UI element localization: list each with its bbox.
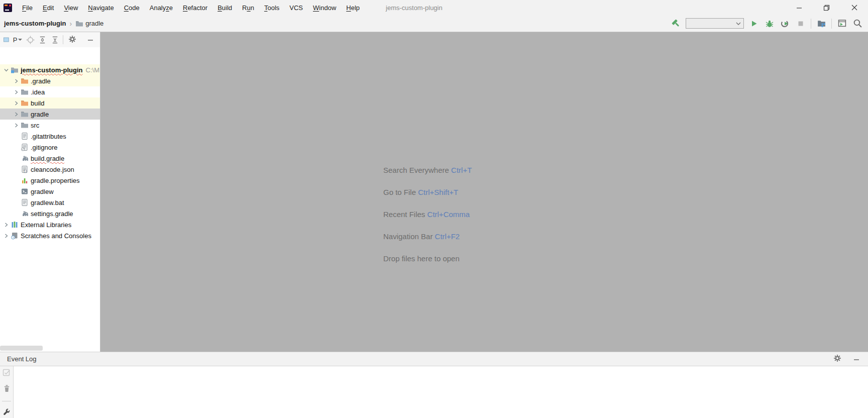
shell-file-icon	[20, 187, 29, 195]
run-toolbar	[670, 18, 863, 29]
libraries-icon	[10, 221, 19, 229]
text-file-icon	[20, 198, 29, 206]
stop-button[interactable]	[795, 18, 806, 29]
chevron-right-icon[interactable]	[12, 79, 20, 83]
menu-build[interactable]: Build	[212, 4, 237, 12]
breadcrumb-gradle[interactable]: gradle	[75, 20, 103, 28]
tree-item-scratches-and-consoles[interactable]: Scratches and Consoles	[0, 230, 100, 241]
tree-item-gradle-properties[interactable]: gradle.properties	[0, 175, 100, 186]
tree-item-idea[interactable]: .idea	[0, 86, 100, 97]
mark-all-read-button[interactable]	[3, 369, 11, 378]
debug-button[interactable]	[764, 18, 775, 29]
run-button[interactable]	[748, 18, 759, 29]
tree-item-gitignore[interactable]: .gitignore	[0, 142, 100, 153]
intellij-logo	[4, 4, 12, 12]
checkbox-check-icon	[3, 369, 11, 377]
tree-item-gitattributes[interactable]: .gitattributes	[0, 131, 100, 142]
menu-refactor[interactable]: Refactor	[178, 4, 212, 12]
search-everywhere-button[interactable]	[852, 18, 863, 29]
event-log-header[interactable]: Event Log	[0, 352, 868, 366]
menu-help[interactable]: Help	[341, 4, 365, 12]
minimize-icon	[796, 5, 802, 11]
clear-log-button[interactable]	[3, 384, 11, 394]
project-panel-header: P	[0, 32, 100, 47]
menu-code[interactable]: Code	[119, 4, 145, 12]
close-button[interactable]	[840, 0, 868, 15]
tree-item-external-libraries[interactable]: External Libraries	[0, 219, 100, 230]
event-log-options-button[interactable]	[3, 407, 11, 417]
run-icon	[749, 19, 758, 28]
menu-tools[interactable]: Tools	[259, 4, 284, 12]
horizontal-scrollbar[interactable]	[0, 346, 43, 351]
collapse-all-button[interactable]	[51, 34, 60, 45]
hint-shortcut: Ctrl+F2	[432, 232, 460, 241]
run-with-coverage-button[interactable]	[780, 18, 791, 29]
folder-icon	[20, 88, 29, 96]
application-window: FileEditViewNavigateCodeAnalyzeRefactorB…	[0, 0, 868, 418]
expand-all-button[interactable]	[38, 34, 47, 45]
menu-vcs[interactable]: VCS	[284, 4, 308, 12]
tree-item-gradle[interactable]: .gradle	[0, 75, 100, 86]
menu-edit[interactable]: Edit	[38, 4, 59, 12]
chevron-right-icon[interactable]	[12, 101, 20, 106]
menu-file[interactable]: File	[17, 4, 38, 12]
folder-excluded-icon	[20, 77, 29, 85]
locate-file-button[interactable]	[26, 34, 35, 45]
hide-panel-button[interactable]	[85, 34, 96, 45]
chevron-right-icon[interactable]	[12, 112, 20, 117]
text-file-icon	[20, 132, 29, 140]
breadcrumb-project[interactable]: jems-custom-plugin	[4, 20, 66, 27]
shortcut-hint: Navigation Bar Ctrl+F2	[383, 233, 472, 241]
event-log-toolbar	[0, 366, 14, 418]
panel-settings-button[interactable]	[67, 34, 78, 45]
tree-item-jems-custom-plugin[interactable]: jems-custom-pluginC:\M	[0, 64, 100, 75]
restore-button[interactable]	[813, 0, 840, 15]
tree-item-gradlew-bat[interactable]: gradlew.bat	[0, 197, 100, 208]
tree-item-settings-gradle[interactable]: settings.gradle	[0, 208, 100, 219]
tree-item-label: .gitignore	[31, 144, 57, 151]
tool-window-button[interactable]	[836, 18, 847, 29]
tree-item-label: gradlew	[31, 188, 54, 195]
menu-bar: FileEditViewNavigateCodeAnalyzeRefactorB…	[17, 4, 365, 12]
minimize-button[interactable]	[785, 0, 813, 15]
hint-shortcut: Ctrl+Comma	[425, 210, 470, 219]
tree-item-build[interactable]: build	[0, 97, 100, 109]
gear-icon	[68, 35, 76, 45]
chevron-right-icon[interactable]	[12, 123, 20, 128]
event-log-settings-button[interactable]	[832, 354, 843, 365]
project-tab-icon	[3, 36, 10, 44]
tree-item-cleancode-json[interactable]: {}cleancode.json	[0, 164, 100, 175]
tree-item-label: gradle.properties	[31, 177, 80, 184]
event-log-hide-button[interactable]	[851, 354, 862, 365]
chevron-right-icon[interactable]	[12, 90, 20, 94]
gradle-file-icon	[20, 210, 29, 218]
window-title: jems-custom-plugin	[386, 4, 443, 12]
locate-icon	[26, 36, 35, 44]
tree-item-label: .gitattributes	[31, 133, 66, 140]
menu-run[interactable]: Run	[237, 4, 259, 12]
tree-item-gradle[interactable]: gradle	[0, 109, 100, 120]
menu-analyze[interactable]: Analyze	[145, 4, 178, 12]
menu-navigate[interactable]: Navigate	[83, 4, 119, 12]
run-configurations-select[interactable]	[686, 18, 744, 29]
event-log-content[interactable]	[14, 366, 868, 418]
tree-item-path: C:\M	[86, 66, 99, 74]
build-project-button[interactable]	[670, 18, 681, 29]
tree-item-gradlew[interactable]: gradlew	[0, 186, 100, 197]
project-view-select[interactable]: P	[13, 36, 23, 44]
menu-window[interactable]: Window	[308, 4, 341, 12]
project-structure-button[interactable]	[816, 18, 827, 29]
gear-icon	[833, 354, 841, 364]
chevron-right-icon[interactable]	[2, 223, 10, 227]
menu-view[interactable]: View	[59, 4, 83, 12]
minimize-icon	[853, 356, 859, 362]
shortcut-hint: Recent Files Ctrl+Comma	[383, 211, 472, 219]
stop-icon	[796, 19, 805, 28]
navigation-bar: jems-custom-plugin › gradle	[0, 15, 868, 32]
search-icon	[853, 19, 862, 28]
chevron-down-icon[interactable]	[2, 68, 10, 72]
tree-item-src[interactable]: src	[0, 120, 100, 131]
window-controls	[785, 0, 868, 15]
tree-item-build-gradle[interactable]: build.gradle	[0, 153, 100, 164]
chevron-right-icon[interactable]	[2, 234, 10, 238]
